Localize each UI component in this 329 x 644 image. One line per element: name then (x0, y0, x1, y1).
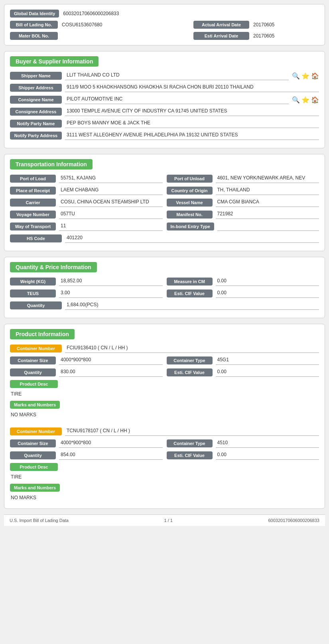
consignee-name-label: Consignee Name (10, 96, 62, 104)
container-1-marks-block: Marks and Numbers NO MARKS (10, 401, 319, 419)
consignee-address-label: Consignee Address (10, 108, 62, 116)
consignee-home-icon[interactable]: 🏠 (311, 96, 319, 104)
mater-bol-row: Mater BOL No. Esti Arrival Date 20170605 (10, 32, 319, 40)
consignee-search-icon[interactable]: 🔍 (292, 96, 300, 104)
manifest-value: 721982 (216, 210, 319, 219)
shipper-name-label: Shipper Name (10, 72, 62, 80)
port-load-label: Port of Load (10, 175, 56, 183)
container-1-size-value: 4000*900*800 (59, 356, 163, 365)
inbond-value (217, 222, 319, 231)
container-2-number-label: Container Number (10, 427, 62, 435)
container-2-product-desc-block: Product Desc TIRE (10, 463, 319, 481)
container-1-type-col: Container Type 45G1 (167, 356, 319, 365)
teus-cif-row: TEUS 3.00 Esti. CIF Value 0.00 (10, 289, 319, 298)
port-row: Port of Load 55751, KAJANG Port of Unloa… (10, 174, 319, 183)
container-2: Container Number TCNU9178107 ( CN / L / … (10, 427, 319, 502)
carrier-vessel-row: Carrier COSU, CHINA OCEAN STEAMSHIP LTD … (10, 198, 319, 207)
country-origin-value: TH, THAILAND (216, 186, 319, 195)
container-2-qty-label: Quantity (10, 451, 56, 459)
buyer-supplier-card: Buyer & Supplier Information Shipper Nam… (4, 51, 325, 148)
port-unload-label: Port of Unload (167, 175, 213, 183)
quantity-label: Quantity (10, 301, 62, 309)
container-1-size-label: Container Size (10, 356, 56, 364)
product-info-card: Product Information Container Number FCI… (4, 324, 325, 509)
consignee-star-icon[interactable]: ⭐ (301, 96, 309, 104)
voyage-manifest-row: Voyage Number 057TU Manifest No. 721982 (10, 210, 319, 219)
container-2-cif-label: Esti. CIF Value (167, 451, 213, 459)
voyage-label: Voyage Number (10, 211, 56, 219)
container-2-cif-value: 0.00 (216, 451, 319, 460)
vessel-value: CMA CGM BIANCA (216, 198, 319, 207)
shipper-search-icon[interactable]: 🔍 (292, 72, 300, 80)
container-1-product-desc-block: Product Desc TIRE (10, 380, 319, 398)
buyer-supplier-header: Buyer & Supplier Information (10, 56, 319, 71)
manifest-label: Manifest No. (167, 211, 213, 219)
container-2-qty-value: 854.00 (59, 451, 163, 460)
consignee-address-value: 13000 TEMPLE AVENUE CITY OF INDUSTRY CA … (65, 107, 319, 116)
shipper-name-icons: 🔍 ⭐ 🏠 (292, 72, 319, 80)
notify-party-address-row: Notify Party Address 3111 WEST ALLEGHENY… (10, 131, 319, 140)
container-2-marks-block: Marks and Numbers NO MARKS (10, 484, 319, 502)
transportation-card: Transportation Information Port of Load … (4, 154, 325, 251)
shipper-star-icon[interactable]: ⭐ (301, 72, 309, 80)
shipper-address-row: Shipper Address 911/9 MOO 5 KHAOKHANSONG… (10, 83, 319, 92)
way-transport-label: Way of Transport (10, 223, 56, 230)
footer-right: 600320170606000206833 (268, 518, 319, 523)
container-2-qty-cif-row: Quantity 854.00 Esti. CIF Value 0.00 (10, 451, 319, 460)
container-1-qty-cif-row: Quantity 830.00 Esti. CIF Value 0.00 (10, 368, 319, 377)
port-load-col: Port of Load 55751, KAJANG (10, 174, 163, 183)
shipper-address-label: Shipper Address (10, 84, 62, 92)
transportation-title: Transportation Information (10, 159, 93, 169)
container-2-qty-col: Quantity 854.00 (10, 451, 163, 460)
container-2-size-type-row: Container Size 4000*900*800 Container Ty… (10, 439, 319, 448)
global-data-label: Global Data Identity (10, 10, 59, 18)
container-1-number-value: FCIU9136410 ( CN / L / HH ) (65, 344, 319, 353)
container-2-size-value: 4000*900*800 (59, 439, 163, 448)
esti-cif-value: 0.00 (216, 289, 319, 298)
product-info-title: Product Information (10, 329, 75, 339)
bill-of-lading-row: Bill of Lading No. COSU6153607680 Actual… (10, 20, 319, 29)
weight-col: Weight (KG) 18,852.00 (10, 277, 163, 286)
container-2-product-desc-value: TIRE (10, 473, 319, 481)
footer-center: 1 / 1 (164, 518, 173, 523)
place-receipt-col: Place of Receipt LAEM CHABANG (10, 186, 163, 195)
container-1-type-value: 45G1 (216, 356, 319, 365)
teus-col: TEUS 3.00 (10, 289, 163, 298)
quantity-price-title: Quantity & Price Information (10, 262, 97, 272)
buyer-supplier-title: Buyer & Supplier Information (10, 56, 99, 67)
voyage-value: 057TU (59, 210, 163, 219)
container-2-type-label: Container Type (167, 439, 213, 447)
manifest-col: Manifest No. 721982 (167, 210, 319, 219)
footer: U.S. Import Bill of Lading Data 1 / 1 60… (4, 514, 325, 526)
header-card: Global Data Identity 6003201706060002068… (4, 4, 325, 45)
shipper-home-icon[interactable]: 🏠 (311, 72, 319, 80)
voyage-col: Voyage Number 057TU (10, 210, 163, 219)
shipper-name-row: Shipper Name LLIT THAILAND CO LTD 🔍 ⭐ 🏠 (10, 71, 319, 80)
carrier-col: Carrier COSU, CHINA OCEAN STEAMSHIP LTD (10, 198, 163, 207)
shipper-name-value: LLIT THAILAND CO LTD (65, 71, 289, 80)
container-2-product-desc-label: Product Desc (10, 463, 58, 471)
weight-value: 18,852.00 (59, 277, 163, 286)
container-1-number-label: Container Number (10, 345, 62, 353)
container-1-number-row: Container Number FCIU9136410 ( CN / L / … (10, 344, 319, 353)
mater-bol-value (58, 34, 189, 37)
carrier-value: COSU, CHINA OCEAN STEAMSHIP LTD (59, 198, 163, 207)
inbond-label: In-bond Entry Type (167, 223, 214, 230)
mater-bol-label: Mater BOL No. (10, 32, 58, 40)
global-data-row: Global Data Identity 6003201706060002068… (10, 9, 319, 18)
quantity-price-header: Quantity & Price Information (10, 262, 319, 277)
container-1-qty-value: 830.00 (59, 368, 163, 377)
teus-value: 3.00 (59, 289, 163, 298)
container-1-type-label: Container Type (167, 356, 213, 364)
quantity-value: 1,684.00(PCS) (65, 301, 319, 310)
vessel-col: Vessel Name CMA CGM BIANCA (167, 198, 319, 207)
notify-party-name-row: Notify Party Name PEP BOYS MANNY MOE & J… (10, 119, 319, 128)
shipper-address-value: 911/9 MOO 5 KHAOKHANSONG KHAOKHA SI RACH… (65, 83, 319, 92)
esti-arrival-value: 20170605 (249, 32, 319, 40)
measure-label: Measure in CM (167, 278, 213, 286)
container-1-size-type-row: Container Size 4000*900*800 Container Ty… (10, 356, 319, 365)
consignee-name-icons: 🔍 ⭐ 🏠 (292, 96, 319, 104)
place-receipt-label: Place of Receipt (10, 187, 56, 195)
consignee-name-row: Consignee Name PILOT AUTOMOTIVE INC 🔍 ⭐ … (10, 95, 319, 104)
quantity-row: Quantity 1,684.00(PCS) (10, 301, 319, 310)
